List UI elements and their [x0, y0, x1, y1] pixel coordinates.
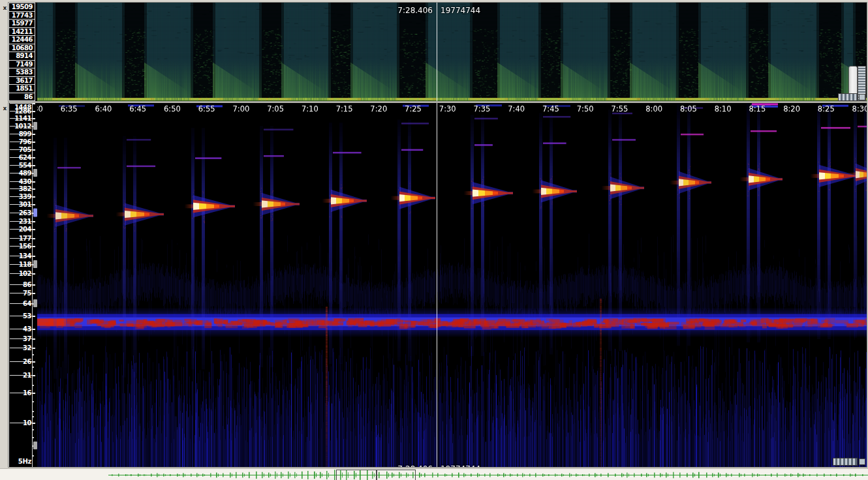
- freq-label: 554: [19, 161, 31, 168]
- freq-label: 8914: [8, 52, 35, 61]
- time-label: 7:30: [439, 104, 456, 113]
- scale-tick: [33, 293, 35, 294]
- pane-wideband-spectrogram: 1950917743159771421112446106808914714953…: [8, 3, 867, 101]
- time-label: 8:20: [783, 104, 800, 113]
- freq-label: 204: [19, 225, 31, 232]
- freq-label: 75: [23, 290, 31, 297]
- time-label: 6:30: [37, 104, 43, 113]
- corner-frequency-label: 5Hz: [18, 458, 31, 465]
- scale-tick-minor: [33, 411, 34, 412]
- freq-label: 17743: [8, 11, 35, 20]
- scale-tick-minor: [33, 437, 34, 438]
- cursor-time-readout: 7:28.406: [397, 464, 433, 467]
- scale-tick: [33, 103, 35, 104]
- time-ruler[interactable]: 6:306:356:406:456:506:557:007:057:107:15…: [37, 103, 867, 115]
- time-label: 7:40: [508, 104, 525, 113]
- overview-waveform-canvas[interactable]: [0, 469, 868, 480]
- freq-label: 15977: [8, 19, 35, 28]
- scale-tick-minor: [33, 385, 34, 386]
- scale-tick-minor: [33, 367, 34, 368]
- time-label: 8:15: [749, 104, 766, 113]
- scale-tick-minor: [33, 455, 34, 457]
- freq-label: 37: [23, 335, 31, 342]
- freq-label: 382: [19, 185, 31, 192]
- scale-tick: [33, 284, 35, 286]
- pane-close-button-top[interactable]: x: [1, 4, 8, 12]
- spectrogram-canvas-bottom[interactable]: [37, 103, 867, 467]
- time-label: 6:45: [129, 104, 146, 113]
- freq-label: 43: [23, 325, 31, 333]
- frequency-scale-top[interactable]: 1950917743159771421112446106808914714953…: [8, 3, 35, 101]
- time-label: 8:25: [818, 104, 835, 113]
- cursor-time-readout: 7:28.406: [397, 6, 433, 15]
- view-region-box-2[interactable]: [377, 470, 416, 480]
- scale-tick: [33, 204, 35, 205]
- scale-tick: [33, 165, 35, 166]
- freq-label: 1012: [14, 123, 31, 130]
- scale-tick: [33, 273, 35, 275]
- view-region-box-1[interactable]: [336, 470, 377, 480]
- freq-label: 53: [23, 312, 31, 319]
- zoom-reset-button-top[interactable]: [859, 94, 865, 100]
- scale-tick: [33, 316, 35, 317]
- time-label: 6:35: [61, 104, 78, 113]
- time-label: 7:55: [611, 104, 628, 113]
- freq-label: 156: [19, 243, 31, 250]
- scale-tick: [33, 338, 35, 340]
- pane-melodic-spectrogram: 5Hz 144812861141101289979670562455448943…: [8, 103, 867, 467]
- scale-tick: [33, 375, 35, 376]
- zoom-reset-button-bottom[interactable]: [859, 458, 865, 465]
- freq-label: 86: [23, 280, 31, 288]
- time-label: 8:10: [715, 104, 732, 113]
- freq-label: 430: [19, 177, 31, 185]
- freq-label: 177: [19, 234, 31, 241]
- time-label: 7:25: [405, 104, 422, 113]
- scale-tick: [33, 196, 35, 198]
- freq-label: 32: [23, 344, 31, 352]
- scale-tick: [33, 118, 35, 119]
- freq-label: 899: [19, 130, 31, 137]
- scale-tick: [33, 221, 35, 222]
- time-label: 8:05: [680, 104, 697, 113]
- freq-label: 5383: [8, 68, 35, 77]
- scale-tick: [33, 329, 35, 330]
- freq-label: 118: [19, 260, 31, 267]
- horizontal-zoom-wheel-top[interactable]: [838, 93, 858, 101]
- scale-tick: [33, 157, 35, 158]
- scale-tick-minor: [33, 416, 34, 417]
- freq-label: 10680: [8, 44, 35, 53]
- freq-label: 3617: [8, 76, 35, 85]
- spectrogram-area-bottom: 6:306:356:406:456:506:557:007:057:107:15…: [37, 103, 867, 467]
- scale-tick-minor: [33, 429, 34, 430]
- horizontal-zoom-wheel-bottom[interactable]: [833, 458, 858, 466]
- scale-tick-minor: [33, 401, 34, 402]
- time-label: 7:00: [232, 104, 249, 113]
- freq-label: 624: [19, 153, 31, 160]
- scale-tick: [33, 142, 35, 143]
- scale-tick: [33, 256, 35, 257]
- scale-tick: [33, 238, 35, 239]
- time-label: 8:00: [645, 104, 662, 113]
- time-label: 6:40: [95, 104, 112, 113]
- time-label: 6:50: [164, 104, 181, 113]
- freq-label: 12446: [8, 35, 35, 44]
- pane-close-button-bottom[interactable]: x: [1, 104, 8, 112]
- freq-label: 339: [19, 192, 31, 200]
- time-label: 8:30: [852, 104, 867, 113]
- time-label: 7:10: [302, 104, 318, 113]
- freq-label: 796: [19, 138, 31, 145]
- playback-cursor-line-top: [437, 3, 437, 101]
- scale-tick: [33, 134, 35, 135]
- freq-label: 21: [23, 371, 31, 378]
- spectrogram-canvas-top[interactable]: [37, 3, 867, 101]
- overview-panner[interactable]: [0, 468, 868, 480]
- freq-label: 26: [23, 357, 31, 365]
- freq-label: 64: [23, 300, 31, 307]
- frequency-scale-bottom[interactable]: 5Hz 144812861141101289979670562455448943…: [8, 103, 38, 467]
- freq-label: 134: [19, 252, 31, 260]
- time-label: 7:20: [370, 104, 387, 113]
- scale-tick: [33, 246, 35, 247]
- freq-label: 19509: [8, 3, 35, 12]
- time-label: 6:55: [198, 104, 215, 113]
- spectrogram-area-top: 7:28.406 19774744: [37, 3, 867, 101]
